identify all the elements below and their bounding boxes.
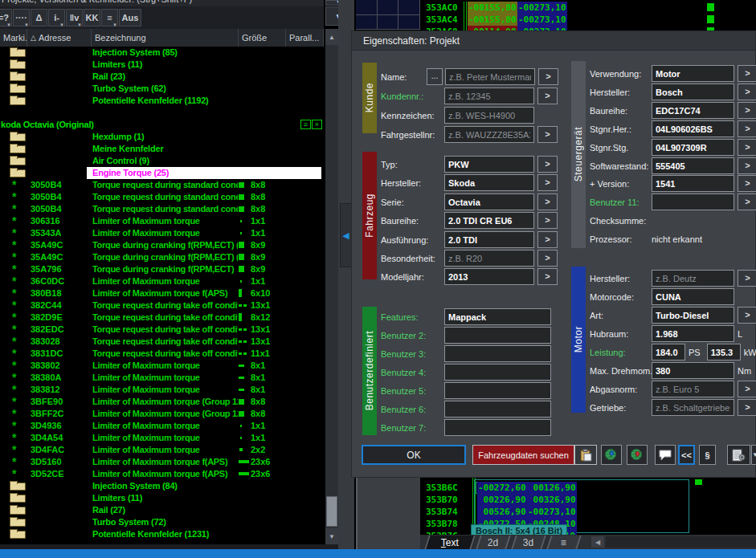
softwarestand-input[interactable] <box>652 157 734 174</box>
dialog-title[interactable]: Eigenschaften: Projekt <box>352 31 755 51</box>
map-row[interactable]: *35343ALimiter of Maximum torque1x1 <box>0 227 324 239</box>
stgnr-her-input[interactable] <box>652 120 734 137</box>
map-row[interactable]: *380B18Limiter of Maximum torque f(APS)6… <box>0 287 324 299</box>
collapse-dialog-button[interactable]: << <box>678 445 695 465</box>
verwendung-expand-button[interactable]: > <box>738 65 756 82</box>
column-gre[interactable]: Größe <box>239 29 286 47</box>
import-online-button[interactable] <box>601 445 622 465</box>
benutzer4-input[interactable] <box>444 364 551 381</box>
tree-row[interactable]: Turbo System (62) <box>0 83 324 95</box>
leistung-input-2[interactable] <box>707 344 741 360</box>
columns-button[interactable]: ····▼ <box>13 9 30 26</box>
version-expand-button[interactable]: > <box>738 175 756 192</box>
tab-2d[interactable]: 2d <box>476 536 511 549</box>
tree-row[interactable]: Limiters (11) <box>0 492 324 504</box>
map-row[interactable]: *306316Limiter of Maximum torque1x1 <box>0 215 324 227</box>
getriebe-input[interactable] <box>652 399 734 416</box>
modelljahr-expand-button[interactable]: > <box>537 268 558 285</box>
tab-menu[interactable]: ≡ <box>546 536 582 549</box>
abgasnorm-input[interactable] <box>652 381 734 397</box>
kennzeichen-input[interactable] <box>444 107 534 124</box>
map-row[interactable]: *383812Limiter of Maximum torque8x1 <box>0 384 324 396</box>
tree-row[interactable]: Rail (27) <box>0 504 324 516</box>
map-row[interactable]: *3D4936Limiter of Maximum torque1x1 <box>0 420 324 432</box>
benutzer5-input[interactable] <box>444 382 551 399</box>
search-vehicle-data-button[interactable]: Fahrzeugdaten suchen <box>472 445 574 465</box>
besonderheit-input[interactable] <box>444 250 534 267</box>
column-header[interactable]: Marki...△AdresseBezeichnungGrößeParall..… <box>0 29 324 47</box>
fahrgestellnr-expand-button[interactable]: > <box>537 126 558 143</box>
getriebe-expand-button[interactable]: > <box>738 399 756 416</box>
cut-dropdown-button[interactable]: ▼ <box>751 445 756 465</box>
ausfuehrung-expand-button[interactable]: > <box>537 231 558 248</box>
benutzer7-input[interactable] <box>444 419 551 436</box>
column-adresse[interactable]: △Adresse <box>27 29 92 47</box>
besonderheit-expand-button[interactable]: > <box>537 250 558 267</box>
tree-scrollbar-thumb[interactable] <box>326 496 337 527</box>
lines-button[interactable]: ≡▼ <box>101 9 118 26</box>
tab-text[interactable]: Text <box>424 536 476 549</box>
map-row[interactable]: *3831DCTorque request during take off co… <box>0 348 324 360</box>
tree-row[interactable]: Potentielle Kennfelder (1192) <box>0 95 324 107</box>
sort-button[interactable]: =?▼ <box>0 9 12 26</box>
sg-hersteller-expand-button[interactable]: > <box>738 83 756 100</box>
tree-row[interactable]: Limiters (11) <box>0 59 324 71</box>
abgasnorm-expand-button[interactable]: > <box>738 381 756 397</box>
art-input[interactable] <box>652 307 734 324</box>
map-row[interactable]: *3BFE90Limiter of Maximum torque (Group … <box>0 396 324 408</box>
comment-button[interactable] <box>655 445 676 465</box>
upload-online-button[interactable] <box>627 445 648 465</box>
hex-row[interactable]: 353AC4-00155,80-00273,10 <box>356 14 756 26</box>
hscroll-track[interactable] <box>606 536 756 548</box>
info-button[interactable]: i-▼ <box>48 9 65 26</box>
kundennr-input[interactable] <box>444 88 534 104</box>
sg-hersteller-input[interactable] <box>652 83 734 100</box>
browse-button[interactable]: ... <box>427 68 443 85</box>
leistung-input[interactable] <box>652 344 685 360</box>
mo-hersteller-input[interactable] <box>652 270 734 287</box>
tree-row[interactable]: Turbo System (72) <box>0 516 324 528</box>
delta-button[interactable]: Δ <box>31 9 47 26</box>
aus-button[interactable]: Aus <box>119 9 141 26</box>
report-button[interactable] <box>727 445 750 465</box>
stgnr-stg-input[interactable] <box>652 139 734 156</box>
map-row[interactable]: *3D5160Limiter of Maximum torque f(APS)2… <box>0 456 324 468</box>
sg-baureihe-expand-button[interactable]: > <box>738 102 756 119</box>
benutzer3-input[interactable] <box>444 345 551 362</box>
map-row[interactable]: *35A49CTorque during cranking f(RPM,ECT)… <box>0 239 324 251</box>
hscroll-left-button[interactable]: ◀ <box>591 536 604 548</box>
serie-expand-button[interactable]: > <box>537 193 558 210</box>
typ-expand-button[interactable]: > <box>537 156 558 173</box>
tree-row[interactable]: Hexdump (1) <box>0 131 324 143</box>
project-notes-icon[interactable]: ≡ <box>300 120 311 129</box>
version-input[interactable] <box>652 175 734 192</box>
project-close-icon[interactable]: × <box>312 120 322 129</box>
art-expand-button[interactable]: > <box>738 307 756 324</box>
tab-3d[interactable]: 3d <box>511 536 546 549</box>
scroll-down-button[interactable]: ▼ <box>325 528 338 544</box>
tree-row[interactable]: Air Control (9) <box>0 155 324 167</box>
column-marki[interactable]: Marki... <box>0 29 27 47</box>
stgnr-her-expand-button[interactable]: > <box>738 120 756 137</box>
verwendung-input[interactable] <box>652 65 734 82</box>
map-row[interactable]: *38380ALimiter of Maximum torque8x1 <box>0 372 324 384</box>
baureihe-expand-button[interactable]: > <box>537 212 558 229</box>
legal-button[interactable]: § <box>699 445 716 465</box>
softwarestand-expand-button[interactable]: > <box>738 157 756 174</box>
tree-row[interactable]: Injection System (84) <box>0 480 324 492</box>
map-row[interactable]: *382C44Torque request during take off co… <box>0 299 324 312</box>
serie-input[interactable] <box>444 193 534 210</box>
benutzer11-input[interactable] <box>652 193 734 210</box>
kundennr-expand-button[interactable]: > <box>537 88 558 104</box>
collapse-panel-handle[interactable]: ◀ <box>340 203 352 267</box>
mo-hersteller-expand-button[interactable]: > <box>738 270 756 287</box>
clipboard-button[interactable] <box>574 445 597 465</box>
baureihe-input[interactable] <box>444 212 534 229</box>
tree-row[interactable]: Injection System (85) <box>0 47 324 59</box>
sg-baureihe-input[interactable] <box>652 102 734 119</box>
map-row[interactable]: *3D4A54Limiter of Maximum torque1x1 <box>0 432 324 444</box>
typ-input[interactable] <box>444 156 534 173</box>
map-row[interactable]: *3050B4Torque request during standard co… <box>0 203 324 215</box>
name-input[interactable] <box>445 68 535 85</box>
map-row[interactable]: *3BFF2CLimiter of Maximum torque (Group … <box>0 408 324 420</box>
